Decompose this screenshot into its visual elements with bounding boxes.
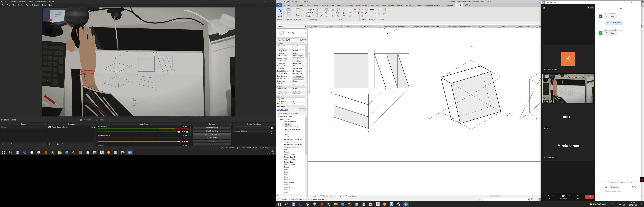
svg-text:Cut: Cut [308,12,311,14]
svg-text:S: S [330,196,330,197]
svg-text:x: x [427,117,428,119]
svg-text:Modify: Modify [339,19,344,20]
svg-text:Measure: Measure [369,19,375,20]
svg-text:Clipboard: Clipboard [294,19,301,20]
svg-text:z: z [376,50,376,52]
svg-text:Select: Select [277,19,282,20]
svg-text:y: y [411,86,412,88]
svg-text:Properties: Properties [285,19,292,20]
svg-text:Paste: Paste [296,14,300,16]
svg-text:Create: Create [379,19,384,20]
svg-text:y: y [509,113,510,114]
svg-text:Modify: Modify [278,15,282,17]
svg-text:A: A [307,1,308,3]
svg-text:Join: Join [308,15,311,17]
svg-text:X: X [384,28,385,29]
svg-text:B: B [537,119,538,121]
svg-text:z: z [370,50,370,52]
svg-text:x: x [331,86,332,88]
svg-text:R: R [277,0,278,3]
svg-text:View: View [362,19,366,20]
svg-text:Geometry: Geometry [310,19,317,20]
svg-text:x: x [331,92,332,94]
svg-text:y: y [367,130,368,132]
svg-text:z: z [473,46,474,48]
svg-text:Cope: Cope [308,8,312,11]
